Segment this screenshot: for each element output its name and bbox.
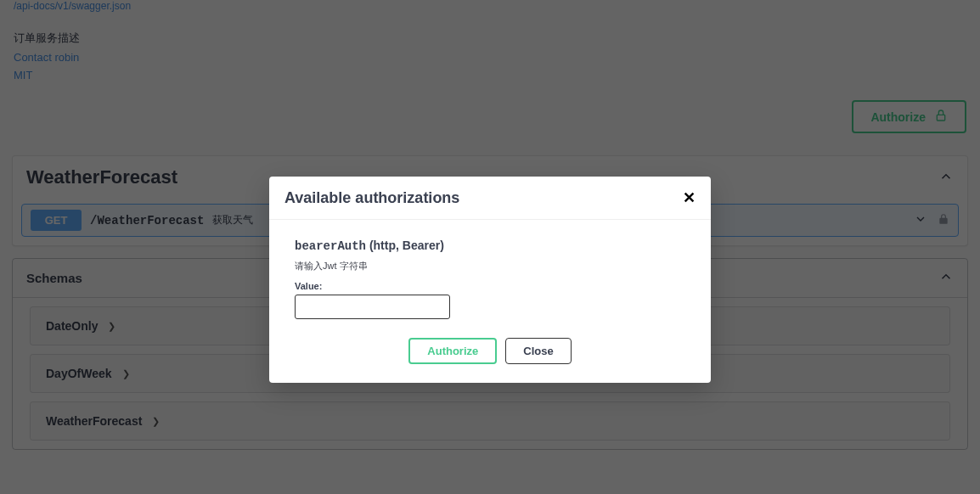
modal-close-button[interactable]: Close: [505, 338, 571, 364]
modal-overlay[interactable]: Available authorizations ✕ bearerAuth (h…: [0, 0, 980, 494]
auth-hint: 请输入Jwt 字符串: [295, 260, 685, 272]
value-label: Value:: [295, 281, 685, 291]
auth-scheme-name: bearerAuth: [295, 239, 366, 253]
modal-title: Available authorizations: [284, 189, 459, 207]
auth-modal: Available authorizations ✕ bearerAuth (h…: [269, 177, 711, 383]
close-icon[interactable]: ✕: [683, 188, 696, 207]
auth-value-input[interactable]: [295, 295, 450, 319]
auth-scheme-type: (http, Bearer): [366, 239, 444, 252]
modal-authorize-button[interactable]: Authorize: [408, 338, 497, 364]
